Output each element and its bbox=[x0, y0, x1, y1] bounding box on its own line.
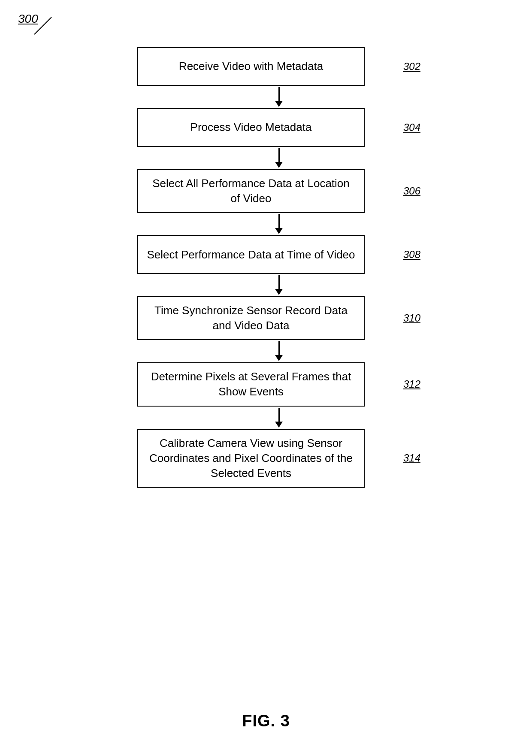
flow-row-314: Calibrate Camera View using Sensor Coord… bbox=[112, 429, 420, 488]
flowchart: Receive Video with Metadata 302 Process … bbox=[112, 47, 420, 488]
arrow-1 bbox=[152, 86, 405, 108]
ref-310: 310 bbox=[403, 312, 420, 324]
svg-line-0 bbox=[34, 17, 51, 34]
flow-row-302: Receive Video with Metadata 302 bbox=[112, 47, 420, 86]
fig-caption: FIG. 3 bbox=[242, 712, 290, 730]
ref-312: 312 bbox=[403, 378, 420, 390]
box-314: Calibrate Camera View using Sensor Coord… bbox=[137, 429, 365, 488]
box-312: Determine Pixels at Several Frames that … bbox=[137, 362, 365, 406]
flow-row-308: Select Performance Data at Time of Video… bbox=[112, 235, 420, 274]
box-308: Select Performance Data at Time of Video bbox=[137, 235, 365, 274]
arrow-2 bbox=[152, 147, 405, 169]
arrow-4 bbox=[152, 274, 405, 296]
arrow-3 bbox=[152, 213, 405, 235]
flow-row-306: Select All Performance Data at Location … bbox=[112, 169, 420, 213]
flow-row-304: Process Video Metadata 304 bbox=[112, 108, 420, 147]
box-310: Time Synchronize Sensor Record Data and … bbox=[137, 296, 365, 340]
ref-314: 314 bbox=[403, 452, 420, 464]
ref-306: 306 bbox=[403, 185, 420, 197]
arrow-6 bbox=[152, 407, 405, 429]
box-304: Process Video Metadata bbox=[137, 108, 365, 147]
ref-308: 308 bbox=[403, 249, 420, 261]
ref-304: 304 bbox=[403, 121, 420, 134]
box-306: Select All Performance Data at Location … bbox=[137, 169, 365, 213]
top-label-line bbox=[30, 13, 73, 39]
ref-302: 302 bbox=[403, 61, 420, 73]
arrow-5 bbox=[152, 340, 405, 362]
box-302: Receive Video with Metadata bbox=[137, 47, 365, 86]
flow-row-312: Determine Pixels at Several Frames that … bbox=[112, 362, 420, 406]
flow-row-310: Time Synchronize Sensor Record Data and … bbox=[112, 296, 420, 340]
